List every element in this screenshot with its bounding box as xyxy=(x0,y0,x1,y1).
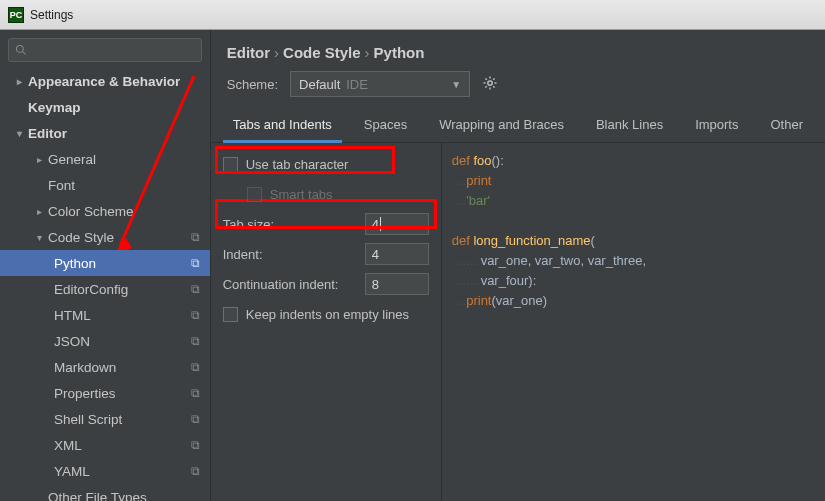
cont-indent-label: Continuation indent: xyxy=(223,277,365,292)
sidebar-item-label: HTML xyxy=(54,308,91,323)
sidebar-item-label: Color Scheme xyxy=(48,204,134,219)
svg-line-12 xyxy=(485,86,486,87)
sidebar-item-label: Editor xyxy=(28,126,67,141)
search-input[interactable] xyxy=(8,38,202,62)
tabsize-label: Tab size: xyxy=(223,217,365,232)
sidebar-item-label: Properties xyxy=(54,386,116,401)
sidebar-item-label: General xyxy=(48,152,96,167)
sidebar-item-label: Other File Types xyxy=(48,490,147,502)
sidebar-item-shellscript[interactable]: Shell Script⧉ xyxy=(0,406,210,432)
sidebar-item-appearance[interactable]: ▸Appearance & Behavior xyxy=(0,68,210,94)
tab-other[interactable]: Other xyxy=(756,109,817,142)
app-icon: PC xyxy=(8,7,24,23)
indent-input[interactable]: 4 xyxy=(365,243,429,265)
copy-icon: ⧉ xyxy=(191,256,200,270)
sidebar-item-label: Code Style xyxy=(48,230,114,245)
copy-icon: ⧉ xyxy=(191,282,200,296)
copy-icon: ⧉ xyxy=(191,412,200,426)
copy-icon: ⧉ xyxy=(191,438,200,452)
sidebar-item-yaml[interactable]: YAML⧉ xyxy=(0,458,210,484)
copy-icon: ⧉ xyxy=(191,464,200,478)
sidebar-item-markdown[interactable]: Markdown⧉ xyxy=(0,354,210,380)
keep-empty-checkbox[interactable] xyxy=(223,307,238,322)
svg-line-9 xyxy=(485,78,486,79)
gear-icon[interactable] xyxy=(482,75,498,94)
cont-indent-input[interactable]: 8 xyxy=(365,273,429,295)
smart-tabs-label: Smart tabs xyxy=(270,187,429,202)
copy-icon: ⧉ xyxy=(191,360,200,374)
copy-icon: ⧉ xyxy=(191,334,200,348)
sidebar-item-html[interactable]: HTML⧉ xyxy=(0,302,210,328)
sidebar-item-codestyle[interactable]: ▾Code Style⧉ xyxy=(0,224,210,250)
scheme-select[interactable]: DefaultIDE ▼ xyxy=(290,71,470,97)
use-tab-checkbox[interactable] xyxy=(223,157,238,172)
sidebar-item-editor[interactable]: ▾Editor xyxy=(0,120,210,146)
chevron-down-icon: ▼ xyxy=(451,79,461,90)
copy-icon: ⧉ xyxy=(191,308,200,322)
svg-line-11 xyxy=(493,78,494,79)
sidebar-item-label: EditorConfig xyxy=(54,282,128,297)
scheme-label: Scheme: xyxy=(227,77,278,92)
sidebar-item-xml[interactable]: XML⧉ xyxy=(0,432,210,458)
code-preview: def foo(): ....print ....'bar' def long_… xyxy=(441,143,825,501)
sidebar-item-python[interactable]: Python⧉ xyxy=(0,250,210,276)
tab-wrapping[interactable]: Wrapping and Braces xyxy=(425,109,578,142)
sidebar-item-otherfiletypes[interactable]: Other File Types xyxy=(0,484,210,501)
sidebar-item-general[interactable]: ▸General xyxy=(0,146,210,172)
copy-icon: ⧉ xyxy=(191,386,200,400)
sidebar: ▸Appearance & Behavior Keymap ▾Editor ▸G… xyxy=(0,30,211,501)
tab-tabs-indents[interactable]: Tabs and Indents xyxy=(219,109,346,142)
sidebar-item-label: Appearance & Behavior xyxy=(28,74,180,89)
breadcrumb: Editor›Code Style›Python xyxy=(211,30,825,71)
sidebar-item-label: XML xyxy=(54,438,82,453)
sidebar-item-json[interactable]: JSON⧉ xyxy=(0,328,210,354)
sidebar-item-label: Font xyxy=(48,178,75,193)
svg-point-2 xyxy=(17,46,24,53)
smart-tabs-checkbox xyxy=(247,187,262,202)
use-tab-label: Use tab character xyxy=(246,157,429,172)
sidebar-item-font[interactable]: Font xyxy=(0,172,210,198)
svg-line-10 xyxy=(493,86,494,87)
sidebar-item-label: JSON xyxy=(54,334,90,349)
sidebar-item-label: Markdown xyxy=(54,360,116,375)
window-title: Settings xyxy=(30,8,73,22)
svg-line-3 xyxy=(23,52,26,55)
tab-imports[interactable]: Imports xyxy=(681,109,752,142)
svg-point-4 xyxy=(488,80,492,84)
sidebar-item-label: YAML xyxy=(54,464,90,479)
sidebar-item-keymap[interactable]: Keymap xyxy=(0,94,210,120)
copy-icon: ⧉ xyxy=(191,230,200,244)
sidebar-item-colorscheme[interactable]: ▸Color Scheme xyxy=(0,198,210,224)
keep-empty-label: Keep indents on empty lines xyxy=(246,307,429,322)
tab-blank-lines[interactable]: Blank Lines xyxy=(582,109,677,142)
sidebar-item-label: Shell Script xyxy=(54,412,122,427)
search-icon xyxy=(15,44,27,56)
sidebar-item-label: Python xyxy=(54,256,96,271)
tabsize-input[interactable]: 4 xyxy=(365,213,429,235)
sidebar-item-label: Keymap xyxy=(28,100,81,115)
tab-spaces[interactable]: Spaces xyxy=(350,109,421,142)
sidebar-item-properties[interactable]: Properties⧉ xyxy=(0,380,210,406)
sidebar-item-editorconfig[interactable]: EditorConfig⧉ xyxy=(0,276,210,302)
indent-label: Indent: xyxy=(223,247,365,262)
